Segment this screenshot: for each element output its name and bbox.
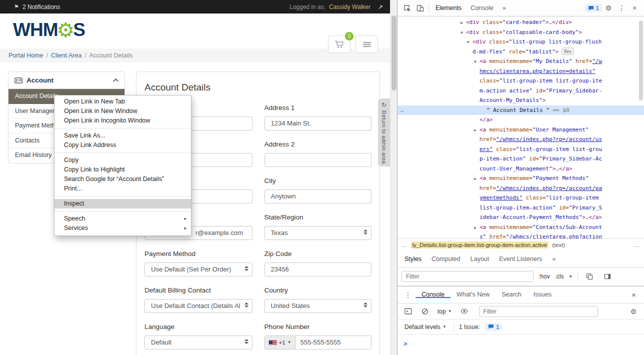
console-filter-input[interactable] bbox=[479, 306, 598, 317]
dom-tree-line[interactable]: ▼<div class="list-group list-group-flush bbox=[398, 37, 644, 47]
dom-tree-line[interactable]: ▶<div class="card-header">…</div> bbox=[398, 18, 644, 28]
toggle-hover-state[interactable]: :hov bbox=[538, 273, 550, 280]
dom-tree-line[interactable]: ▼<div class="collapsable-card-body"> bbox=[398, 28, 644, 38]
expand-arrow-closed-icon[interactable]: ▶ bbox=[474, 223, 476, 233]
whmcs-logo[interactable]: WHM⚙S bbox=[13, 20, 85, 40]
field-select-payment-method[interactable]: Use Default (Set Per Order) bbox=[144, 262, 252, 276]
sidebar-header[interactable]: Account bbox=[8, 72, 124, 89]
layers-icon[interactable] bbox=[583, 270, 596, 283]
styles-tab-[interactable]: » bbox=[547, 251, 560, 267]
crumb-overflow-icon[interactable]: … bbox=[402, 242, 408, 248]
menu-toggle-button[interactable] bbox=[356, 36, 378, 53]
styles-filter-input[interactable] bbox=[402, 271, 534, 282]
breadcrumb-client-area[interactable]: Client Area bbox=[51, 52, 82, 59]
console-issue-chip[interactable]: 1 bbox=[485, 323, 502, 331]
dom-tree-line[interactable]: href="/whmcs/index.php?rp=/account/us bbox=[398, 134, 644, 144]
close-drawer-icon[interactable]: × bbox=[626, 290, 641, 299]
inspect-element-icon[interactable] bbox=[400, 2, 414, 14]
dom-tree-line[interactable]: p-item-action" id="Primary_Sidebar-Ac bbox=[398, 154, 644, 164]
dom-tree-line[interactable]: count-User_Management">…</a> bbox=[398, 164, 644, 174]
expand-arrow-closed-icon[interactable]: ▶ bbox=[474, 174, 476, 184]
new-style-rule-button[interactable]: + bbox=[569, 273, 572, 280]
drawer-tab-console[interactable]: Console bbox=[416, 291, 450, 298]
default-levels-dropdown[interactable]: Default levels▼ bbox=[402, 324, 448, 330]
page-scrollbar-thumb[interactable] bbox=[392, 16, 396, 90]
phone-number-field[interactable]: +1▼555-555-5555 bbox=[264, 336, 372, 350]
expand-arrow-open-icon[interactable]: ▼ bbox=[474, 57, 476, 67]
context-menu-item-copy-link-address[interactable]: Copy Link Address bbox=[54, 140, 191, 150]
expand-arrow-closed-icon[interactable]: ▶ bbox=[474, 126, 476, 136]
dom-tree-line[interactable]: idebar-Account-Payment_Methods">…</a> bbox=[398, 212, 644, 222]
dom-tree-line[interactable]: href="/whmcs/index.php?rp=/account/pa bbox=[398, 184, 644, 194]
field-select-default-billing-contact[interactable]: Use Default Contact (Details Al bbox=[144, 299, 252, 313]
dom-tree-line[interactable]: d-md-flex" role="tablist">flex bbox=[398, 47, 644, 57]
dom-tree-line[interactable]: ▼<a menuitemname="My Details" href="/w bbox=[398, 56, 644, 66]
dom-tree-line[interactable]: ▶<a menuitemname="Contacts/Sub-Account bbox=[398, 222, 644, 232]
context-menu-item-open-link-in-new-tab[interactable]: Open Link in New Tab bbox=[54, 97, 191, 106]
context-menu-item-services[interactable]: Services▸ bbox=[54, 224, 191, 233]
field-input-address-1[interactable]: 1234 Main St. bbox=[264, 116, 372, 130]
dom-tree-line[interactable]: class="list-group-item list-group-ite bbox=[398, 76, 644, 86]
context-menu-item-open-link-in-new-window[interactable]: Open Link in New Window bbox=[54, 106, 191, 116]
tab-console[interactable]: Console bbox=[466, 0, 498, 16]
context-menu-item-open-link-in-incognito-window[interactable]: Open Link in Incognito Window bbox=[54, 116, 191, 126]
styles-tab-event-listeners[interactable]: Event Listeners bbox=[494, 251, 547, 267]
close-devtools-icon[interactable]: × bbox=[628, 2, 641, 14]
expand-arrow-open-icon[interactable]: ▼ bbox=[460, 28, 463, 38]
exit-admin-icon[interactable]: ↗ bbox=[378, 4, 383, 10]
context-menu-item-copy[interactable]: Copy bbox=[54, 156, 191, 165]
settings-gear-icon[interactable]: ⚙ bbox=[602, 2, 615, 14]
notifications-link[interactable]: 2 Notifications bbox=[22, 4, 60, 10]
console-context-selector[interactable]: top▼ bbox=[436, 308, 454, 315]
issues-counter-chip[interactable]: 1 bbox=[585, 4, 602, 12]
context-menu-item-inspect[interactable]: Inspect bbox=[54, 199, 191, 208]
dom-tree-line[interactable]: Account-My_Details"> bbox=[398, 96, 644, 106]
crumb-selected-element[interactable]: ly_Details.list-group-item.list-group-it… bbox=[411, 242, 549, 248]
drawer-kebab-icon[interactable]: ⋮ bbox=[400, 291, 416, 299]
dom-tree-line[interactable]: ▶<a menuitemname="Payment Methods" bbox=[398, 174, 644, 184]
devtools-kebab-icon[interactable]: ⋮ bbox=[615, 2, 628, 14]
device-toolbar-icon[interactable] bbox=[414, 2, 426, 14]
dom-tree-line[interactable]: …" Account Details " == $0 bbox=[398, 106, 644, 116]
dom-tree-line[interactable]: ers" class="list-group-item list-grou bbox=[398, 144, 644, 154]
console-settings-icon[interactable]: ⚙ bbox=[627, 305, 640, 318]
field-select-country[interactable]: United States bbox=[264, 299, 372, 313]
field-input-zip-code[interactable]: 23456 bbox=[264, 262, 372, 276]
dom-tree-line[interactable]: m-action active" id="Primary_Sidebar- bbox=[398, 86, 644, 96]
styles-tab-computed[interactable]: Computed bbox=[426, 251, 466, 267]
collapse-chevron-icon[interactable] bbox=[113, 78, 118, 84]
dom-tree-line[interactable]: ymentmethods" class="list-group-item bbox=[398, 193, 644, 203]
expand-arrow-open-icon[interactable]: ▼ bbox=[467, 38, 470, 48]
page-scrollbar[interactable] bbox=[390, 0, 397, 355]
line-actions-icon[interactable]: … bbox=[400, 106, 404, 116]
dom-tree-line[interactable]: s" href="/whmcs/clientarea.php?action bbox=[398, 232, 644, 238]
cart-button[interactable]: 0 bbox=[328, 36, 350, 53]
breadcrumb-portal-home[interactable]: Portal Home bbox=[8, 52, 43, 59]
return-to-admin-tab[interactable]: ↻ Return to admin area bbox=[378, 98, 390, 166]
live-expression-eye-icon[interactable] bbox=[458, 305, 471, 318]
field-input-address-2[interactable] bbox=[264, 153, 372, 167]
drawer-tab-issues[interactable]: Issues bbox=[528, 291, 558, 298]
context-menu-item-speech[interactable]: Speech▸ bbox=[54, 214, 191, 224]
console-sidebar-icon[interactable] bbox=[402, 305, 414, 318]
expand-arrow-closed-icon[interactable]: ▶ bbox=[460, 18, 463, 28]
logged-in-user[interactable]: Cassidy Walker bbox=[329, 4, 370, 10]
dock-sidebar-icon[interactable] bbox=[601, 270, 614, 283]
drawer-tab-what-s-new[interactable]: What's New bbox=[450, 291, 496, 298]
toggle-classes[interactable]: .cls bbox=[555, 273, 564, 280]
more-panels-icon[interactable]: » bbox=[498, 0, 510, 16]
crumb-trail-icon[interactable]: … bbox=[634, 242, 640, 248]
field-select-state-region[interactable]: Texas bbox=[264, 226, 372, 240]
drawer-tab-search[interactable]: Search bbox=[496, 291, 528, 298]
phone-country-selector[interactable]: +1▼ bbox=[265, 336, 296, 349]
field-input-city[interactable]: Anytown bbox=[264, 190, 372, 204]
dom-tree-line[interactable]: ▶<a menuitemname="User Management" bbox=[398, 125, 644, 135]
console-prompt[interactable]: > bbox=[398, 334, 644, 355]
dom-tree-line[interactable]: list-group-item-action" id="Primary_S bbox=[398, 203, 644, 213]
styles-tab-layout[interactable]: Layout bbox=[466, 251, 494, 267]
context-menu-item-print[interactable]: Print... bbox=[54, 184, 191, 194]
field-select-language[interactable]: Default bbox=[144, 336, 252, 350]
context-menu-item-copy-link-to-highlight[interactable]: Copy Link to Highlight bbox=[54, 165, 191, 174]
context-menu-item-save-link-as[interactable]: Save Link As... bbox=[54, 131, 191, 140]
styles-tab-styles[interactable]: Styles bbox=[400, 251, 426, 267]
